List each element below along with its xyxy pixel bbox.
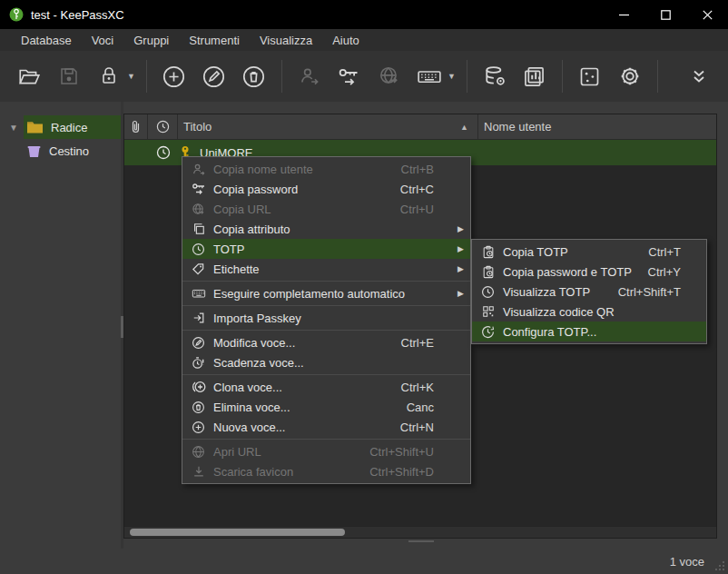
menu-visualizza[interactable]: Visualizza: [250, 31, 322, 50]
statusbar: 1 voce: [0, 549, 728, 574]
menu-item-etichette[interactable]: Etichette ▶: [182, 259, 470, 279]
menu-item-copia-totp[interactable]: Copia TOTP Ctrl+T: [472, 242, 706, 262]
key-copy-icon: [191, 182, 206, 196]
clipboard-clock-icon: [480, 264, 496, 279]
header-expiry[interactable]: [148, 114, 178, 139]
save-database-button[interactable]: [52, 56, 86, 96]
menu-item-totp[interactable]: TOTP ▶: [182, 239, 470, 259]
clipboard-clock-icon: [480, 244, 496, 259]
new-entry-button[interactable]: [157, 56, 192, 96]
group-label: Radice: [51, 121, 87, 134]
menu-item-clona-voce[interactable]: Clona voce... Ctrl+K: [182, 377, 470, 397]
entry-expiry-cell: [148, 145, 178, 160]
expander-icon[interactable]: ▼: [4, 123, 24, 133]
menu-item-copia-nome-utente[interactable]: Copia nome utente Ctrl+B: [182, 159, 470, 179]
menu-item-copia-url[interactable]: Copia URL Ctrl+U: [182, 199, 470, 219]
new-entry-icon: [162, 64, 186, 89]
totp-submenu: Copia TOTP Ctrl+T Copia password e TOTP …: [471, 239, 707, 344]
menu-item-nuova-voce[interactable]: Nuova voce... Ctrl+N: [182, 417, 470, 437]
submenu-arrow-icon: ▶: [457, 224, 464, 233]
menu-database[interactable]: Database: [11, 31, 82, 50]
preview-splitter-grip[interactable]: [408, 540, 434, 542]
menu-strumenti[interactable]: Strumenti: [179, 31, 250, 50]
tag-icon: [191, 262, 206, 276]
menu-item-scarica-favicon[interactable]: Scarica favicon Ctrl+Shift+D: [182, 461, 470, 481]
lock-dropdown-caret-icon[interactable]: ▼: [127, 72, 135, 81]
menu-item-apri-url[interactable]: Apri URL Ctrl+Shift+U: [182, 441, 470, 461]
folder-icon: [26, 120, 44, 134]
lock-database-icon: [98, 65, 120, 87]
toolbar-separator: [146, 60, 147, 93]
close-button[interactable]: [686, 0, 728, 29]
sidebar-item-radice[interactable]: ▼ Radice: [0, 115, 121, 139]
clock-icon: [156, 120, 170, 134]
clock-icon: [480, 284, 496, 299]
menu-item-completamento-automatico[interactable]: Eseguire completamento automatico ▶: [182, 283, 470, 303]
autotype-button[interactable]: [412, 56, 447, 96]
clock-icon: [156, 145, 171, 160]
titlebar: test - KeePassXC: [0, 0, 728, 29]
copy-password-button[interactable]: [332, 56, 367, 96]
expand-toolbar-icon: [691, 68, 707, 84]
password-generator-icon: [577, 64, 602, 89]
import-icon: [191, 311, 206, 325]
menu-item-configura-totp[interactable]: Configura TOTP...: [472, 322, 706, 341]
settings-icon: [617, 64, 643, 89]
delete-entry-button[interactable]: [237, 56, 271, 96]
menu-item-modifica-voce[interactable]: Modifica voce... Ctrl+E: [182, 332, 470, 352]
copy-username-button[interactable]: [292, 56, 327, 96]
menu-item-elimina-voce[interactable]: Elimina voce... Canc: [182, 397, 470, 417]
edit-entry-icon: [191, 335, 206, 350]
menu-gruppi[interactable]: Gruppi: [123, 31, 179, 50]
menu-item-scadenza-voce[interactable]: Scadenza voce...: [182, 352, 470, 372]
reports-button[interactable]: [517, 56, 552, 96]
toolbar-separator: [562, 60, 563, 93]
download-icon: [191, 464, 206, 479]
table-header: Titolo ▲ Nome utente: [124, 114, 716, 140]
resize-grip-icon[interactable]: [714, 560, 725, 571]
toolbar: ▼ ▼: [0, 51, 728, 102]
lock-database-button[interactable]: [92, 56, 126, 96]
scrollbar-thumb[interactable]: [130, 529, 345, 536]
toolbar-separator: [657, 60, 658, 93]
menubar: Database Voci Gruppi Strumenti Visualizz…: [0, 29, 728, 51]
submenu-arrow-icon: ▶: [457, 264, 464, 273]
maximize-button[interactable]: [644, 0, 686, 29]
copy-url-icon: [378, 64, 401, 88]
copy-url-button[interactable]: [372, 56, 407, 96]
group-tree: ▼ Radice Cestino: [0, 102, 121, 549]
sidebar-item-cestino[interactable]: Cestino: [0, 139, 121, 163]
keyboard-icon: [191, 286, 206, 301]
header-title[interactable]: Titolo ▲: [178, 114, 478, 139]
minimize-button[interactable]: [603, 0, 644, 29]
menu-separator: [182, 330, 470, 331]
database-settings-button[interactable]: [477, 56, 512, 96]
menu-voci[interactable]: Voci: [82, 31, 124, 50]
header-username[interactable]: Nome utente: [478, 114, 716, 139]
clock-icon: [191, 242, 206, 256]
menu-item-copia-attributo[interactable]: Copia attributo ▶: [182, 219, 470, 239]
menu-separator: [182, 305, 470, 306]
sort-ascending-icon[interactable]: ▲: [460, 123, 472, 132]
edit-entry-button[interactable]: [197, 56, 231, 96]
menu-item-copia-password[interactable]: Copia password Ctrl+C: [182, 179, 470, 199]
menu-aiuto[interactable]: Aiuto: [322, 31, 369, 50]
menu-item-importa-passkey[interactable]: Importa Passkey: [182, 308, 470, 328]
globe-icon: [191, 202, 206, 216]
menu-item-visualizza-totp[interactable]: Visualizza TOTP Ctrl+Shift+T: [472, 282, 706, 302]
horizontal-scrollbar[interactable]: [124, 526, 716, 538]
new-entry-icon: [191, 420, 206, 434]
open-database-button[interactable]: [12, 56, 46, 96]
header-title-label: Titolo: [183, 120, 212, 134]
header-attachment[interactable]: [124, 114, 148, 139]
user-icon: [191, 162, 206, 176]
delete-entry-icon: [191, 400, 206, 414]
password-generator-button[interactable]: [573, 56, 607, 96]
header-username-label: Nome utente: [484, 120, 551, 134]
menu-item-copia-password-e-totp[interactable]: Copia password e TOTP Ctrl+Y: [472, 262, 706, 282]
settings-button[interactable]: [613, 56, 647, 96]
copy-password-icon: [337, 64, 361, 89]
toolbar-expand-button[interactable]: [682, 56, 716, 96]
menu-item-visualizza-codice-qr[interactable]: Visualizza codice QR: [472, 302, 706, 322]
autotype-dropdown-caret-icon[interactable]: ▼: [448, 72, 456, 81]
